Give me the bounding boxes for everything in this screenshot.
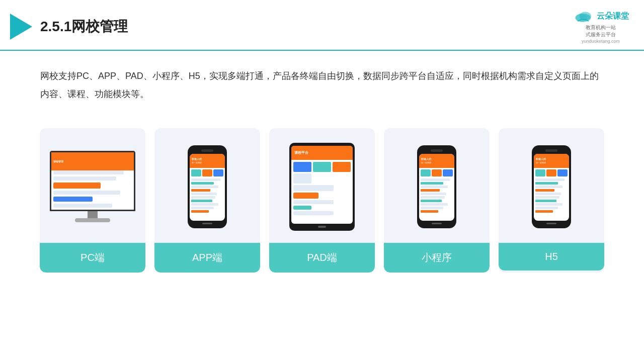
cloud-icon [573,9,594,23]
card-pad: 课程平台 PAD端 [269,128,375,273]
logo-url: yunduoketang.com [582,39,620,44]
app-phone-icon: 职途人的 第一堂网课 [188,145,227,228]
card-miniprogram-label: 小程序 [384,243,490,273]
logo-name: 云朵课堂 [597,11,629,22]
header-left: 2.5.1网校管理 [10,14,128,40]
pc-monitor-icon: 课程管理 [50,151,135,222]
card-pc-label: PC端 [40,243,145,273]
description-text: 网校支持PC、APP、PAD、小程序、H5，实现多端打通，产品各终端自由切换，数… [0,51,644,113]
header: 2.5.1网校管理 云朵课堂 教育机构一站式服务云平台 yunduoketang… [0,0,644,51]
miniprogram-phone-icon: 职途人的 第一堂网课 [417,145,456,228]
card-pad-label: PAD端 [269,243,375,273]
card-h5: 职途人的 第一堂网课 [499,128,604,273]
description-content: 网校支持PC、APP、PAD、小程序、H5，实现多端打通，产品各终端自由切换，数… [40,71,599,99]
page-title: 2.5.1网校管理 [40,17,128,36]
cloud-logo: 云朵课堂 [573,9,629,23]
card-h5-image: 职途人的 第一堂网课 [499,136,604,237]
logo-triangle-icon [10,14,32,40]
card-pad-image: 课程平台 [269,136,375,237]
card-app: 职途人的 第一堂网课 [154,128,260,273]
cards-container: 课程管理 PC端 [0,118,644,273]
h5-phone-icon: 职途人的 第一堂网课 [532,145,571,228]
logo-subtitle: 教育机构一站式服务云平台 [586,24,616,38]
card-h5-label: H5 [499,243,604,270]
card-app-image: 职途人的 第一堂网课 [154,136,260,237]
brand-logo: 云朵课堂 教育机构一站式服务云平台 yunduoketang.com [573,9,629,44]
card-miniprogram-image: 职途人的 第一堂网课 [384,136,490,237]
card-pc: 课程管理 PC端 [40,128,145,273]
pad-tablet-icon: 课程平台 [289,143,355,231]
card-pc-image: 课程管理 [40,136,145,237]
card-miniprogram: 职途人的 第一堂网课 [384,128,490,273]
card-app-label: APP端 [154,243,260,273]
